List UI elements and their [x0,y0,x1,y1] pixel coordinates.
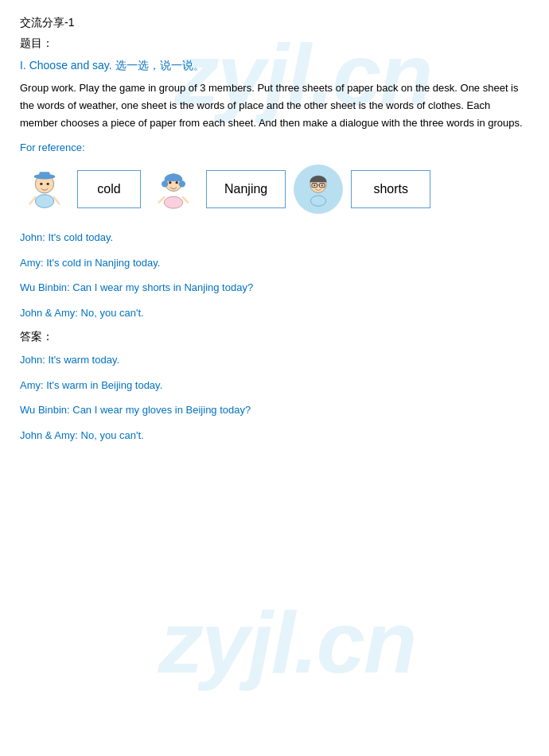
svg-point-5 [47,183,49,185]
watermark-bottom: zyjl.cn [159,591,415,692]
svg-point-13 [176,181,178,184]
answer-label: 答案： [20,330,529,344]
answer-dialogue-line-2: Amy: It's warm in Beijing today. [20,378,529,394]
word-cold: cold [77,170,141,208]
dialogue-line-1: John: It's cold today. [20,230,529,246]
word-shorts: shorts [351,170,430,208]
svg-point-8 [164,196,182,208]
wubinbin-character [294,165,343,214]
svg-rect-3 [39,173,49,179]
svg-point-11 [179,180,185,187]
svg-point-21 [321,184,323,186]
dialogue-section: John: It's cold today. Amy: It's cold in… [20,230,529,320]
answer-dialogue-line-3: Wu Binbin: Can I wear my gloves in Beiji… [20,402,529,418]
svg-point-10 [162,180,168,187]
answer-dialogue-line-4: John & Amy: No, you can't. [20,428,529,444]
svg-point-0 [35,195,53,208]
description: Group work. Play the game in group of 3 … [20,79,529,132]
word-image-row: cold Na [20,165,529,214]
svg-line-7 [54,197,60,204]
instruction: I. Choose and say. 选一选，说一说。 [20,59,529,73]
svg-line-6 [30,197,36,204]
svg-point-22 [311,196,326,206]
dialogue-line-2: Amy: It's cold in Nanjing today. [20,255,529,271]
dialogue-line-3: Wu Binbin: Can I wear my shorts in Nanji… [20,280,529,296]
word-nanjing: Nanjing [206,170,286,208]
john-character [20,165,69,214]
svg-line-14 [159,197,165,203]
svg-point-12 [169,181,171,184]
for-reference: For reference: [20,142,529,153]
answer-dialogue-line-1: John: It's warm today. [20,352,529,368]
answer-dialogue-section: John: It's warm today. Amy: It's warm in… [20,352,529,443]
svg-point-4 [40,183,42,185]
svg-point-20 [313,184,315,186]
section-title: 交流分享-1 [20,16,529,30]
dialogue-line-4: John & Amy: No, you can't. [20,305,529,321]
question-label: 题目： [20,37,529,51]
amy-character [149,165,198,214]
svg-line-15 [183,197,189,203]
